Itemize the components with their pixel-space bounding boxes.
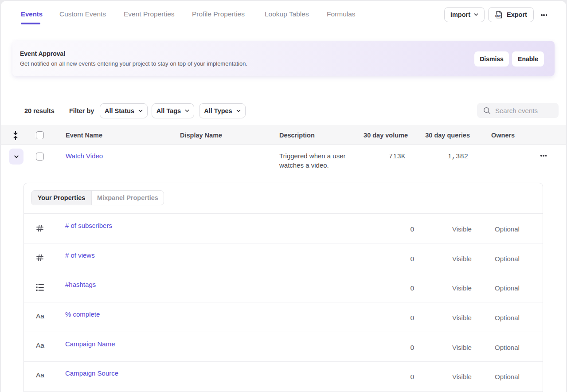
svg-text:CSV: CSV	[495, 15, 501, 17]
